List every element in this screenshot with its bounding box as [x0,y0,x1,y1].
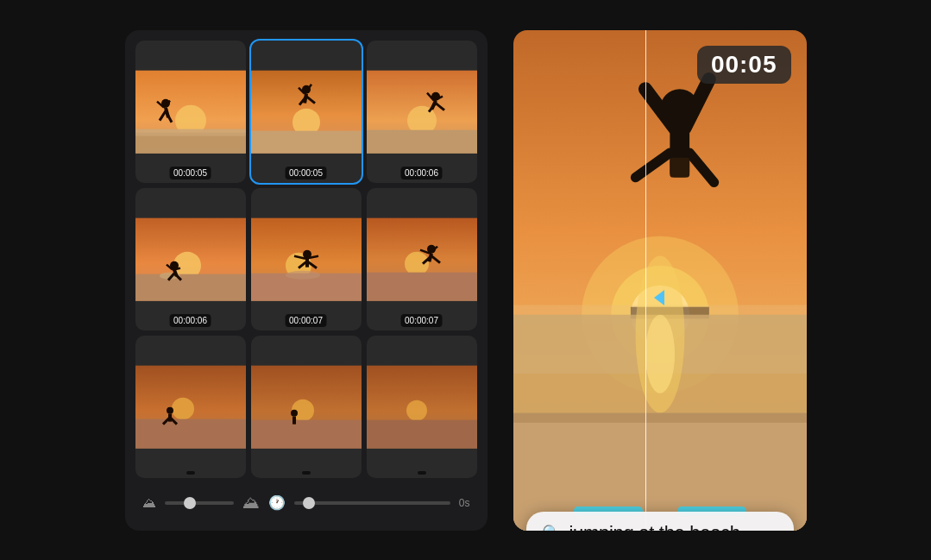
svg-rect-4 [135,129,246,135]
thumb-time-6: 00:00:07 [400,314,443,327]
search-bar[interactable]: 🔍 jumping at the beach [526,512,794,531]
svg-rect-22 [367,129,477,153]
svg-rect-51 [367,272,477,300]
thumb-time-8 [302,471,311,475]
svg-point-59 [172,398,194,420]
thumb-time-9 [418,471,426,475]
left-panel: 00:00:05 [125,30,488,531]
thumb-time-2: 00:00:05 [285,167,327,179]
svg-rect-31 [135,274,246,300]
time-slider-thumb[interactable] [303,497,315,509]
bottom-toolbar: ⛰ ⛰ 🕐 0s [135,486,477,520]
main-container: 00:00:05 [0,0,931,560]
thumbnail-grid: 00:00:05 [135,41,477,479]
svg-rect-13 [251,130,362,153]
thumbnail-9[interactable] [367,336,477,478]
thumb-time-3: 00:00:06 [400,167,443,179]
time-slider[interactable] [294,501,450,505]
thumbnail-4[interactable]: 00:00:06 [135,188,246,330]
right-panel: 00:05 🔍 jumping at the beach [513,30,807,531]
mountain-icon-left: ⛰ [142,495,156,511]
thumb-time-4: 00:00:06 [169,314,211,327]
svg-rect-72 [367,420,477,449]
thumb-time-5: 00:00:07 [285,314,327,327]
thumbnail-7[interactable] [135,336,246,478]
thumbnail-5[interactable]: 00:00:07 [251,188,362,330]
svg-rect-69 [293,417,296,425]
search-icon: 🔍 [542,524,561,531]
thumbnail-3[interactable]: 00:00:06 [367,41,477,183]
search-query-text: jumping at the beach [569,522,740,531]
cursor-indicator [654,290,664,305]
svg-point-42 [286,270,320,279]
thumbnail-2[interactable]: 00:00:05 [251,41,362,183]
svg-point-68 [291,410,298,417]
size-slider-thumb[interactable] [184,497,196,509]
thumbnail-1[interactable]: 00:00:05 [135,41,246,183]
thumbnail-6[interactable]: 00:00:07 [367,188,477,330]
mountain-icon-right: ⛰ [242,493,260,513]
svg-rect-91 [670,157,689,177]
time-value-label: 0s [459,497,470,509]
svg-rect-60 [135,419,246,449]
thumb-time-7 [186,471,195,475]
thumbnail-8[interactable] [251,336,362,478]
size-slider[interactable] [165,501,234,505]
svg-point-50 [405,251,429,275]
svg-point-61 [167,407,173,414]
thumb-time-1: 00:00:05 [169,167,211,179]
svg-point-71 [406,400,427,421]
svg-rect-67 [251,420,362,449]
preview-video: 00:05 [513,30,807,531]
timestamp-badge: 00:05 [697,46,791,84]
scrubber-line[interactable] [645,30,647,531]
svg-point-82 [645,314,674,393]
clock-icon: 🕐 [268,494,286,511]
